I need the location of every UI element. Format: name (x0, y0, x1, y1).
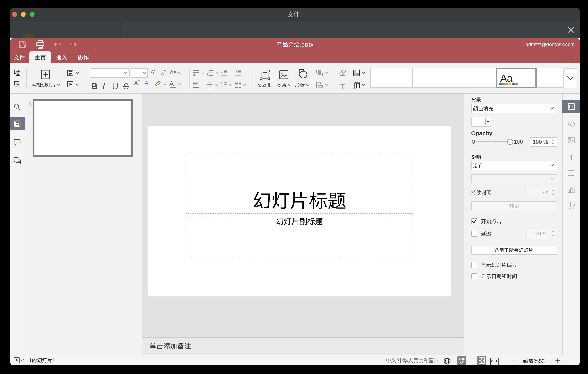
svg-text:3: 3 (207, 74, 209, 76)
